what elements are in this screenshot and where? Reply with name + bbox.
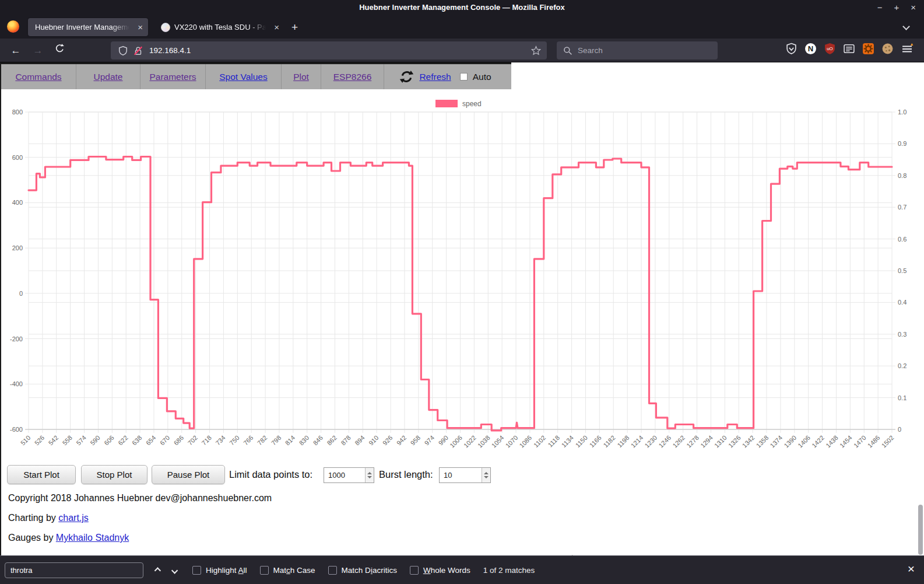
window-close-button[interactable]: × [911,2,916,13]
y-left-tick-label: 400 [12,199,23,206]
gauges-link[interactable]: Mykhailo Stadnyk [56,533,129,543]
find-matches-status: 1 of 2 matches [483,566,535,575]
nav-link-esp8266[interactable]: ESP8266 [333,72,372,82]
tab-strip: Huebner Inverter Management × VX220 with… [0,15,924,39]
checkbox-whole-words[interactable] [410,566,419,575]
y-right-tick-label: 0 [898,426,901,433]
new-tab-button[interactable]: + [291,22,298,33]
x-tick-label: 1246 [657,434,672,449]
tab-close-icon[interactable]: × [132,22,148,32]
x-tick-label: 542 [47,434,59,446]
x-tick-label: 526 [33,434,45,446]
nav-link-plot[interactable]: Plot [293,72,309,82]
nav-cell-spot-values: Spot Values [206,64,282,89]
burst-input-wrap [439,467,491,483]
list-all-tabs-chevron-icon[interactable] [902,23,910,30]
gear-extension-icon[interactable] [862,43,874,55]
checkbox-highlight-all[interactable] [192,566,201,575]
find-input[interactable] [5,562,143,578]
y-right-tick-label: 0.8 [898,172,907,179]
nav-cell-esp8266: ESP8266 [321,64,384,89]
find-option-match-case[interactable]: Match Case [260,566,315,575]
shield-extension-icon[interactable] [785,43,797,55]
x-tick-label: 846 [312,434,324,446]
url-bar[interactable]: 192.168.4.1 [111,41,547,60]
tab-huebner-console[interactable]: Huebner Inverter Management × [28,18,148,36]
find-option-match-diacritics[interactable]: Match Diacritics [328,566,397,575]
x-tick-label: 942 [395,434,407,446]
find-option-highlight-all[interactable]: Highlight All [192,566,247,575]
y-right-tick-label: 0.7 [898,204,907,211]
tab-title: Huebner Inverter Management [35,23,132,32]
nav-link-spot-values[interactable]: Spot Values [219,72,267,82]
charting-credit: Charting by chart.js [8,513,89,523]
x-tick-label: 558 [61,434,73,446]
nav-link-update[interactable]: Update [94,72,123,82]
forward-button[interactable]: → [30,43,45,58]
nav-cell-refresh: Refresh Auto [384,64,507,89]
stop-plot-button[interactable]: Stop Plot [81,465,147,484]
find-close-icon[interactable]: × [908,562,915,576]
nav-link-parameters[interactable]: Parameters [149,72,196,82]
back-button[interactable]: ← [8,43,23,58]
limit-spinner[interactable] [365,468,374,482]
checkbox-match-case[interactable] [260,566,269,575]
nav-link-commands[interactable]: Commands [15,72,61,82]
x-tick-label: 1230 [644,434,659,449]
x-tick-label: 1022 [462,434,477,449]
y-left-tick-label: -200 [10,335,23,342]
tab-vx220[interactable]: VX220 with Tesla SDU - Pag × [156,18,284,36]
minimize-button[interactable]: − [877,2,883,13]
x-tick-label: 1038 [476,434,491,449]
x-tick-label: 1182 [602,434,616,449]
find-option-label: Match Case [273,566,315,575]
x-tick-label: 1422 [810,434,825,449]
search-icon [563,46,572,55]
find-option-whole-words[interactable]: Whole Words [410,566,470,575]
reader-extension-icon[interactable] [843,43,855,55]
limit-label: Limit data points to: [229,469,312,480]
plot-controls: Start Plot Stop Plot Pause Plot Limit da… [1,464,924,487]
refresh-icon[interactable] [399,69,414,84]
tracking-shield-icon[interactable] [118,46,128,56]
reload-icon [54,43,64,54]
scrollbar-thumb[interactable] [918,505,923,555]
auto-refresh-checkbox[interactable] [460,73,468,81]
find-previous-button[interactable] [149,563,164,578]
x-tick-label: 1502 [880,434,895,449]
x-tick-label: 1374 [769,434,784,449]
n-extension-icon[interactable]: N [804,43,817,55]
svg-text:N: N [808,44,813,53]
tab-close-icon[interactable]: × [269,22,284,32]
pause-plot-button[interactable]: Pause Plot [152,465,225,484]
firefox-logo-icon[interactable] [7,20,19,33]
refresh-link[interactable]: Refresh [419,72,451,82]
menu-icon[interactable] [901,43,914,55]
speed-chart: 5105265425585745906066226386546706867027… [1,90,924,460]
find-next-button[interactable] [168,563,183,578]
x-tick-label: 878 [339,434,352,446]
checkbox-match-diacritics[interactable] [328,566,337,575]
legend-swatch [435,100,458,107]
search-bar[interactable]: Search [557,41,718,60]
svg-text:uO: uO [827,46,832,51]
ublock-icon[interactable]: uO [824,43,836,55]
start-plot-button[interactable]: Start Plot [7,465,76,484]
maximize-button[interactable]: + [894,2,899,13]
cookie-extension-icon[interactable] [881,43,894,55]
extension-icons: N uO [785,43,914,55]
burst-spinner[interactable] [482,468,490,482]
find-option-label: Match Diacritics [342,566,397,575]
bookmark-star-icon[interactable] [531,46,541,55]
insecure-lock-icon[interactable] [133,46,143,56]
reload-button[interactable] [51,43,66,58]
limit-input[interactable] [324,468,365,482]
x-tick-label: 1006 [448,434,463,449]
burst-label: Burst length: [379,469,433,480]
browser-toolbar: ← → 192.168.4.1 [0,39,924,62]
burst-input[interactable] [440,468,482,482]
x-tick-label: 1086 [518,434,533,449]
y-left-tick-label: 800 [12,109,23,116]
x-tick-label: 606 [103,434,115,446]
chartjs-link[interactable]: chart.js [58,513,89,523]
